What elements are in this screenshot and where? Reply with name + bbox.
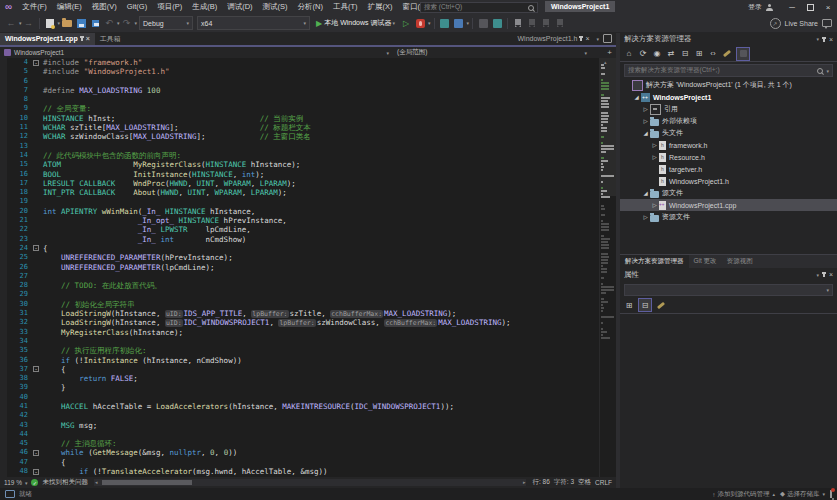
code-line-5[interactable]: 5#include "WindowsProject1.h" [0, 67, 616, 76]
tree-expanded-icon[interactable]: ◢ [632, 94, 641, 100]
code-line-46[interactable]: 46- while (GetMessage(&msg, nullptr, 0, … [0, 448, 616, 457]
maximize-button[interactable] [801, 0, 819, 14]
close-icon[interactable]: × [86, 35, 90, 42]
comment-icon[interactable] [477, 16, 489, 30]
home-icon[interactable]: ⌂ [624, 48, 634, 60]
new-project-icon[interactable] [44, 16, 56, 30]
search-options-caret-icon[interactable]: ▾ [826, 68, 829, 74]
code-line-17[interactable]: 17LRESULT CALLBACK WndProc(HWND, UINT, W… [0, 179, 616, 188]
tree-item-windowsproject1.cpp[interactable]: ▷WindowsProject1.cpp [620, 199, 837, 211]
fold-marker-icon[interactable]: - [32, 448, 43, 457]
menu-git[interactable]: Git(G) [122, 2, 152, 12]
close-icon[interactable]: × [829, 271, 833, 278]
code-line-25[interactable]: 25 UNREFERENCED_PARAMETER(hPrevInstance)… [0, 253, 616, 262]
code-line-33[interactable]: 33 MyRegisterClass(hInstance); [0, 328, 616, 337]
undo-dropdown[interactable]: ▾ [117, 20, 120, 26]
code-line-43[interactable]: 43 MSG msg; [0, 421, 616, 430]
sync-with-active-document-icon[interactable]: ⇄ [666, 48, 676, 60]
fold-marker-icon[interactable]: - [32, 365, 43, 374]
pending-changes-filter-icon[interactable]: ◉ [652, 48, 662, 60]
live-share-label[interactable]: Live Share [785, 20, 818, 27]
menu-project[interactable]: 项目(P) [152, 2, 187, 12]
redo-icon[interactable]: ↷ [121, 16, 133, 30]
caret-line-indicator[interactable]: 行: 86 [532, 478, 549, 487]
code-line-39[interactable]: 39 } [0, 383, 616, 392]
menu-debug[interactable]: 调试(D) [222, 2, 257, 12]
code-line-19[interactable]: 19 [0, 197, 616, 206]
pin-icon[interactable] [81, 36, 83, 41]
menu-extensions[interactable]: 扩展(X) [363, 2, 398, 12]
menu-test[interactable]: 测试(S) [258, 2, 293, 12]
breakpoint-margin[interactable] [0, 58, 7, 477]
code-line-7[interactable]: 7#define MAX_LOADSTRING 100 [0, 86, 616, 95]
tree-item-targetver.h[interactable]: targetver.h [620, 163, 837, 175]
categorized-icon[interactable]: ⊞ [624, 299, 634, 311]
code-line-45[interactable]: 45 // 主消息循环: [0, 439, 616, 448]
tree-expanded-icon[interactable]: ◢ [641, 130, 650, 136]
tree-item-windowsproject1[interactable]: ◢WindowsProject1 [620, 91, 837, 103]
menu-file[interactable]: 文件(F) [17, 2, 52, 12]
feedback-icon[interactable] [822, 19, 832, 27]
solution-platform-select[interactable]: x64 ▾ [197, 16, 310, 30]
start-debugging-button[interactable]: ▶ 本地 Windows 调试器 ▾ [316, 18, 395, 28]
tree-collapsed-icon[interactable]: ▷ [641, 214, 650, 220]
panel-menu-icon[interactable]: ▾ [816, 272, 819, 278]
quick-search-input[interactable]: 搜索 (Ctrl+Q) [420, 2, 538, 13]
tree-item--[interactable]: ◢头文件 [620, 127, 837, 139]
code-line-6[interactable]: 6 [0, 77, 616, 86]
code-line-16[interactable]: 16BOOL InitInstance(HINSTANCE, int); [0, 170, 616, 179]
previous-bookmark-icon[interactable] [526, 16, 538, 30]
menu-build[interactable]: 生成(B) [187, 2, 222, 12]
code-line-15[interactable]: 15ATOM MyRegisterClass(HINSTANCE hInstan… [0, 160, 616, 169]
tree-item--[interactable]: ◢源文件 [620, 187, 837, 199]
uncomment-icon[interactable] [491, 16, 503, 30]
line-ending-indicator[interactable]: CRLF [595, 479, 612, 486]
code-line-20[interactable]: 20int APIENTRY wWinMain(_In_ HINSTANCE h… [0, 207, 616, 216]
code-line-9[interactable]: 9// 全局变量: [0, 104, 616, 113]
tab-options-icon[interactable] [603, 34, 612, 43]
show-all-files-icon[interactable]: ⊞ [694, 48, 704, 60]
fold-marker-icon[interactable]: - [32, 58, 43, 67]
code-line-38[interactable]: 38 return FALSE; [0, 374, 616, 383]
live-share-icon[interactable]: ↗ [770, 18, 781, 29]
close-icon[interactable]: × [585, 35, 589, 42]
code-line-42[interactable]: 42 [0, 411, 616, 420]
minimap[interactable]: ▴ [599, 58, 616, 477]
tree-item--[interactable]: ▷引用 [620, 103, 837, 115]
new-project-dropdown[interactable]: ▾ [58, 20, 61, 26]
close-button[interactable]: × [819, 0, 837, 14]
zoom-level-select[interactable]: 119 % ▾ [4, 479, 27, 486]
sign-in-button[interactable]: 登录 [748, 2, 762, 12]
code-line-32[interactable]: 32 LoadStringW(hInstance, uID:IDC_WINDOW… [0, 318, 616, 327]
code-line-23[interactable]: 23 _In_ int nCmdShow) [0, 235, 616, 244]
add-to-source-control-button[interactable]: ↑ 添加到源代码管理 ▴ [712, 490, 775, 499]
open-file-icon[interactable] [61, 16, 73, 30]
tree-collapsed-icon[interactable]: ▷ [650, 142, 659, 148]
code-line-14[interactable]: 14// 此代码模块中包含的函数的前向声明: [0, 151, 616, 160]
horizontal-scrollbar[interactable]: ◂ ▸ [94, 479, 526, 486]
code-line-12[interactable]: 12WCHAR szWindowClass[MAX_LOADSTRING]; /… [0, 132, 616, 141]
tree-item-framework.h[interactable]: ▷framework.h [620, 139, 837, 151]
tab-windowsproject1-h[interactable]: WindowsProject1.h × [515, 32, 591, 45]
fold-marker-icon[interactable]: - [32, 467, 43, 476]
solution-search-input[interactable]: 搜索解决方案资源管理器(Ctrl+;) ▾ [624, 64, 833, 77]
code-line-41[interactable]: 41 HACCEL hAccelTable = LoadAccelerators… [0, 402, 616, 411]
alphabetical-sort-icon[interactable]: ⊟ [638, 298, 652, 312]
view-code-icon[interactable]: ‹› [708, 48, 718, 60]
code-line-22[interactable]: 22 _In_ LPWSTR lpCmdLine, [0, 225, 616, 234]
next-bookmark-icon[interactable] [540, 16, 552, 30]
menu-tools[interactable]: 工具(T) [328, 2, 363, 12]
scrollbar-thumb[interactable] [102, 480, 192, 485]
solution-configuration-select[interactable]: Debug ▾ [139, 16, 193, 30]
tab-toolbox[interactable]: 工具箱 [95, 32, 126, 45]
navigate-back-dropdown[interactable]: ▾ [19, 20, 22, 26]
code-line-28[interactable]: 28 // TODO: 在此处放置代码。 [0, 281, 616, 290]
code-line-35[interactable]: 35 // 执行应用程序初始化: [0, 346, 616, 355]
code-line-47[interactable]: 47 { [0, 458, 616, 467]
scroll-left-icon[interactable]: ◂ [95, 479, 98, 486]
start-without-debugging-icon[interactable]: ▷ [400, 16, 412, 30]
tree-expanded-icon[interactable]: ◢ [641, 190, 650, 196]
tree-item--[interactable]: ▷资源文件 [620, 211, 837, 223]
close-icon[interactable]: × [829, 36, 833, 43]
global-scope-select[interactable]: (全局范围) ▾ [393, 48, 591, 57]
